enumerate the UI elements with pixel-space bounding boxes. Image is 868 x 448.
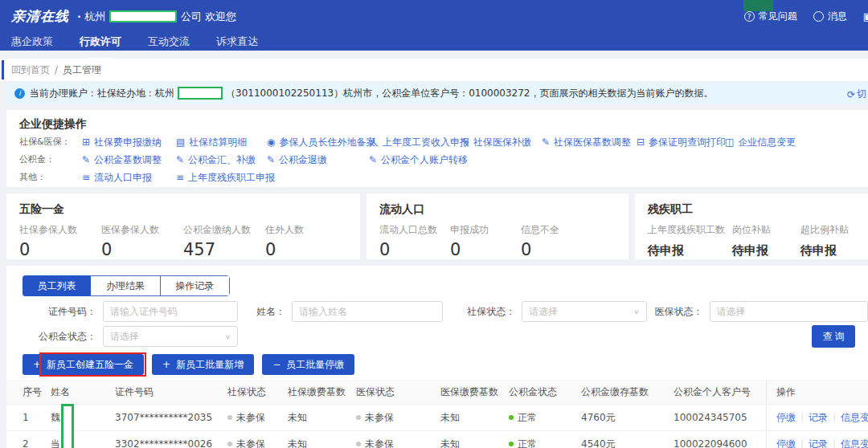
message-icon [813, 11, 824, 22]
stop-pay-link[interactable]: 停缴 [776, 411, 796, 425]
quickop-label: 公积金退缴 [279, 154, 327, 165]
nav-item-hudong[interactable]: 互动交流 [148, 35, 190, 60]
row-medical-status: 未参保 [356, 405, 440, 430]
header-utility-links: ? 常见问题 消息 ▣ [744, 10, 868, 23]
metric-value: 0 [19, 240, 101, 259]
quickop-label: 参保证明查询打印 [649, 136, 726, 148]
status-text: 正常 [518, 411, 537, 425]
create-wuxianyijin-button[interactable]: + 新员工创建五险一金 [23, 354, 144, 375]
status-text: 未参保 [365, 438, 394, 448]
faq-link[interactable]: ? 常见问题 [744, 10, 797, 23]
metric-shebao-canbao: 社保参保人数0 [19, 223, 101, 259]
stop-pay-link[interactable]: 停缴 [776, 438, 796, 448]
quickop-xinxi-biangeng[interactable]: ◫企业信息变更 [725, 136, 796, 148]
switch-icon: ⟳ [847, 89, 855, 100]
info-change-link[interactable]: 信息变更 [841, 411, 868, 425]
quickop-fund-tuijiao[interactable]: ✎公积金退缴 [267, 154, 369, 165]
quickop-fund-zhuanyi[interactable]: ✎公积金个人账户转移 [369, 154, 468, 165]
stats-row: 五险一金 社保参保人数0 医保参保人数0 公积金缴纳人数457 住外人数0 流动… [6, 193, 868, 259]
row-id: 3302**********0026 [115, 431, 227, 448]
row-fund-status: 正常 [509, 431, 581, 448]
metric-label: 医保参保人数 [101, 223, 183, 237]
metric-label: 流动人口总数 [379, 223, 450, 237]
metric-value: 0 [101, 240, 183, 259]
quickop-yibao-bujiao[interactable]: ✎社保医保补缴 [461, 136, 542, 148]
row-id: 3707**********2035 [115, 405, 227, 430]
quickop-label: 上年度残疾职工申报 [188, 172, 275, 183]
status-text: 正常 [518, 438, 537, 448]
breadcrumb-home[interactable]: 回到首页 [11, 63, 50, 77]
metric-value: 待申报 [800, 243, 849, 259]
id-number-input[interactable] [103, 301, 238, 322]
status-dot-gray [356, 442, 361, 446]
medical-status-select[interactable]: 请选择 [710, 301, 868, 322]
row-name: 当 [51, 431, 115, 448]
edit-icon: ✎ [461, 136, 469, 148]
quickop-shebaofei-shenbao[interactable]: ⊞社保费申报缴纳 [82, 136, 176, 148]
stat-card-wuxianyijin: 五险一金 社保参保人数0 医保参保人数0 公积金缴纳人数457 住外人数0 [6, 193, 360, 259]
metric-label: 信息不全 [521, 223, 559, 237]
nav-item-huiqi[interactable]: 惠企政策 [11, 35, 53, 60]
enterprise-icon[interactable]: ▣ [863, 11, 868, 22]
stat-card-liudongrenkou: 流动人口 流动人口总数0 申报成功0 信息不全0 [366, 193, 628, 259]
metrics: 上年度残疾职工数待申报 岗位补贴待申报 超比例补贴待申报 [648, 223, 855, 259]
nav-item-suqiu[interactable]: 诉求直达 [216, 35, 258, 60]
tab-operation-log[interactable]: 操作记录 [161, 276, 229, 295]
quickop-label: 公积金基数调整 [94, 154, 162, 165]
row-social-status: 未参保 [227, 431, 288, 448]
quickop-waidi-beian[interactable]: ◉参保人员长住外地备案 [267, 136, 369, 148]
tab-process-result[interactable]: 办理结果 [91, 276, 160, 295]
row-social-status: 未参保 [227, 405, 288, 430]
card-icon: ⊞ [82, 136, 90, 148]
metric-canji-count: 上年度残疾职工数待申报 [648, 223, 732, 259]
redaction-account-name [178, 87, 223, 100]
switch-account-link[interactable]: ⟳ 切 [844, 88, 866, 101]
printer-icon: ⊟ [637, 136, 645, 148]
batch-stop-button[interactable]: − 员工批量停缴 [262, 354, 354, 375]
quick-ops-row-fund: 公积金： ✎公积金基数调整 ✎公积金汇、补缴 ✎公积金退缴 ✎公积金个人账户转移 [19, 154, 855, 165]
edit-icon: ✎ [176, 154, 184, 165]
col-id: 证件号码 [115, 380, 227, 404]
metrics: 流动人口总数0 申报成功0 信息不全0 [379, 223, 616, 259]
table-row: 2 当 3302**********0026 未参保 未知 未参保 未知 正常 … [6, 430, 868, 448]
col-social-status: 社保状态 [227, 380, 288, 404]
table-header: 序号 姓名 证件号码 社保状态 社保缴费基数 医保状态 医保缴费基数 公积金状态… [6, 380, 868, 404]
status-dot-green [509, 442, 514, 446]
query-button[interactable]: 查询 [812, 325, 855, 348]
employee-tabs: 员工列表 办理结果 操作记录 [23, 275, 230, 296]
plus-icon: + [162, 359, 170, 370]
name-input[interactable] [292, 301, 443, 322]
quickop-canji-zhigong[interactable]: ≡上年度残疾职工申报 [176, 172, 275, 183]
metric-liudong-total: 流动人口总数0 [379, 223, 450, 259]
info-icon: i [14, 88, 25, 99]
quickop-jiesuan-mingxi[interactable]: ▤社保结算明细 [176, 136, 267, 148]
quickop-liudong-renkou[interactable]: ≡流动人口申报 [82, 172, 176, 183]
notice-suffix: （3011000102250113）杭州市，公积金单位客户号：010000327… [226, 87, 714, 100]
batch-add-button[interactable]: + 新员工批量新增 [152, 354, 254, 375]
metric-value: 待申报 [732, 243, 800, 259]
stat-title: 残疾职工 [648, 202, 855, 217]
quickop-fund-jishu[interactable]: ✎公积金基数调整 [82, 154, 176, 165]
quickop-label: 企业信息变更 [738, 136, 796, 148]
info-change-link[interactable]: 信息变更 [841, 438, 868, 448]
record-link[interactable]: 记录 [809, 411, 828, 425]
top-header: 亲清在线 · 杭州 公司 欢迎您 ? 常见问题 消息 ▣ 惠企政策 行政许可 互… [0, 0, 868, 51]
tab-employee-list[interactable]: 员工列表 [23, 275, 92, 296]
quickop-fund-huibu[interactable]: ✎公积金汇、补缴 [176, 154, 267, 165]
quickop-gongzi-shenbao[interactable]: 人上年度工资收入申报 [369, 136, 461, 148]
row-fund-status: 正常 [509, 405, 581, 430]
nav-item-xingzheng[interactable]: 行政许可 [80, 35, 121, 60]
list-icon: ≡ [176, 172, 184, 183]
quickop-zhengming-dayin[interactable]: ⊟参保证明查询打印 [637, 136, 725, 148]
quickop-label: 社保费申报缴纳 [94, 136, 162, 148]
fund-status-select[interactable]: 请选择 ∨ [103, 326, 238, 347]
quickop-label: 公积金个人账户转移 [381, 154, 468, 165]
id-number-label: 证件号码： [23, 305, 103, 319]
quickop-jishu-tiaozheng[interactable]: ✎社保医保基数调整 [542, 136, 637, 148]
social-status-select[interactable]: 请选择 ∨ [522, 301, 646, 322]
messages-link[interactable]: 消息 [813, 10, 847, 23]
quick-ops-row-other: 其他： ≡流动人口申报 ≡上年度残疾职工申报 [19, 172, 855, 183]
op-separator: | [800, 412, 804, 423]
row-operations: 停缴|记录|信息变更 [766, 431, 868, 448]
record-link[interactable]: 记录 [809, 438, 828, 448]
